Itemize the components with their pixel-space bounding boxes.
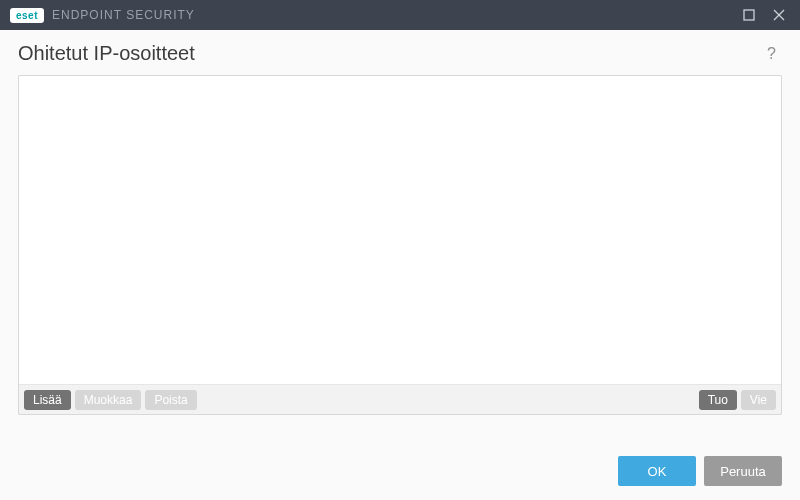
product-name: ENDPOINT SECURITY (52, 8, 195, 22)
import-button[interactable]: Tuo (699, 390, 737, 410)
minimize-button[interactable] (734, 0, 764, 30)
minimize-icon (743, 9, 755, 21)
close-button[interactable] (764, 0, 794, 30)
ip-list-frame: Lisää Muokkaa Poista Tuo Vie (18, 75, 782, 415)
header-row: Ohitetut IP-osoitteet ? (18, 42, 782, 65)
brand-logo: eset (10, 8, 44, 23)
cancel-button[interactable]: Peruuta (704, 456, 782, 486)
close-icon (773, 9, 785, 21)
page-title: Ohitetut IP-osoitteet (18, 42, 195, 65)
content-area: Ohitetut IP-osoitteet ? Lisää Muokkaa Po… (0, 30, 800, 415)
export-button: Vie (741, 390, 776, 410)
help-icon[interactable]: ? (761, 43, 782, 65)
dialog-footer: OK Peruuta (618, 456, 782, 486)
add-button[interactable]: Lisää (24, 390, 71, 410)
ok-button[interactable]: OK (618, 456, 696, 486)
ip-list-body[interactable] (19, 76, 781, 384)
edit-button: Muokkaa (75, 390, 142, 410)
svg-rect-0 (744, 10, 754, 20)
list-toolbar: Lisää Muokkaa Poista Tuo Vie (19, 384, 781, 414)
delete-button: Poista (145, 390, 196, 410)
titlebar: eset ENDPOINT SECURITY (0, 0, 800, 30)
